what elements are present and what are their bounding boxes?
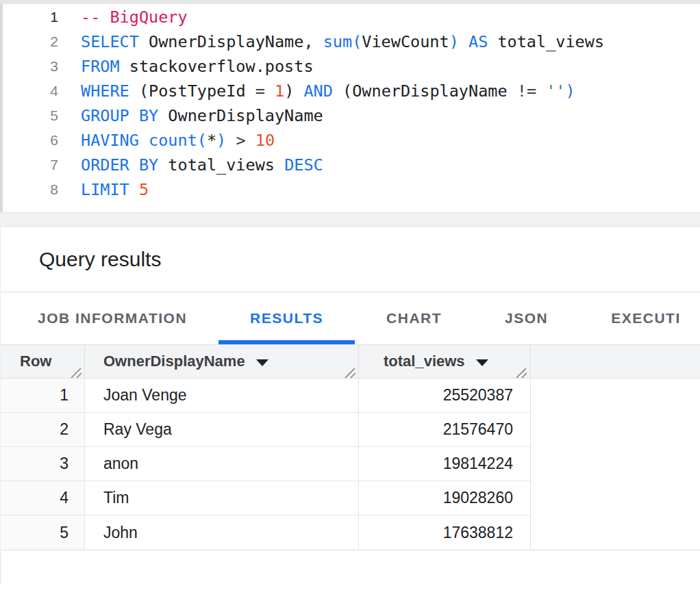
code-token: ( <box>197 131 207 150</box>
code-text: ORDER BY total_views DESC <box>81 153 323 177</box>
column-header-label: OwnerDisplayName <box>103 353 245 370</box>
tab-job-information[interactable]: JOB INFORMATION <box>6 292 218 344</box>
column-header-blank <box>530 345 700 378</box>
code-line: 3FROM stackoverflow.posts <box>3 54 700 79</box>
code-token <box>536 81 546 101</box>
table-row: 4Tim19028260 <box>1 481 530 515</box>
code-token: 5 <box>139 180 149 199</box>
code-token: (OwnerDisplayName <box>333 81 517 101</box>
code-token: = <box>255 81 265 101</box>
column-resize-handle[interactable] <box>345 365 356 376</box>
code-token: GROUP BY <box>81 106 158 125</box>
code-line: 7ORDER BY total_views DESC <box>3 153 700 177</box>
cell-ownerdisplayname: Tim <box>85 481 359 515</box>
code-token: LIMIT <box>81 180 129 199</box>
code-token: ViewCount <box>362 32 449 51</box>
line-number: 1 <box>3 5 58 29</box>
code-token: ORDER BY <box>81 155 158 175</box>
code-text: GROUP BY OwnerDisplayName <box>81 103 323 128</box>
code-line: 8LIMIT 5 <box>3 177 700 202</box>
tab-executi[interactable]: EXECUTI <box>579 292 700 344</box>
sql-editor[interactable]: 1-- BigQuery2SELECT OwnerDisplayName, su… <box>0 4 700 212</box>
cell-row-number: 1 <box>1 379 85 412</box>
code-line: 5GROUP BY OwnerDisplayName <box>3 103 700 128</box>
tab-label: CHART <box>386 310 442 327</box>
column-menu-icon[interactable] <box>476 359 488 366</box>
code-token: -- BigQuery <box>81 8 188 27</box>
code-token: != <box>517 81 536 101</box>
cell-ownerdisplayname: Ray Vega <box>85 413 359 446</box>
code-token: AND <box>303 81 332 101</box>
code-token: '' <box>546 81 565 101</box>
results-footer-area <box>1 550 700 585</box>
code-line: 1-- BigQuery <box>3 5 700 29</box>
line-number: 7 <box>3 153 58 177</box>
code-token: > <box>236 131 245 150</box>
column-header-ownerdisplayname[interactable]: OwnerDisplayName <box>85 345 359 378</box>
line-number: 2 <box>3 29 58 54</box>
tab-json[interactable]: JSON <box>473 292 579 344</box>
tab-label: JSON <box>505 310 548 327</box>
table-row: 3anon19814224 <box>1 447 530 481</box>
code-text: FROM stackoverflow.posts <box>81 54 314 79</box>
column-resize-handle[interactable] <box>516 365 527 376</box>
column-header-row[interactable]: Row <box>1 345 85 378</box>
column-resize-handle[interactable] <box>71 365 82 376</box>
results-table: RowOwnerDisplayNametotal_views 1Joan Ven… <box>1 344 700 550</box>
code-token: 10 <box>255 131 275 150</box>
tab-label: JOB INFORMATION <box>38 310 187 327</box>
code-token <box>459 32 468 51</box>
code-line: 2SELECT OwnerDisplayName, sum(ViewCount)… <box>3 29 700 54</box>
cell-total-views: 17638812 <box>359 515 530 550</box>
cell-row-number: 2 <box>1 413 85 446</box>
line-number: 5 <box>3 103 58 128</box>
cell-row-number: 4 <box>1 481 85 515</box>
code-token: total_views <box>488 32 604 51</box>
code-token: * <box>207 131 216 150</box>
results-table-header: RowOwnerDisplayNametotal_views <box>1 344 700 379</box>
column-header-total-views[interactable]: total_views <box>359 345 530 378</box>
tab-results[interactable]: RESULTS <box>218 292 355 344</box>
tab-label: RESULTS <box>250 310 323 327</box>
column-header-label: Row <box>20 353 51 370</box>
code-token: ) <box>449 32 459 51</box>
code-token: ) <box>565 81 575 101</box>
code-text: WHERE (PostTypeId = 1) AND (OwnerDisplay… <box>81 79 575 103</box>
code-token: FROM <box>81 57 120 76</box>
query-results-title: Query results <box>39 248 161 271</box>
line-number: 4 <box>3 79 58 103</box>
code-token: ) <box>284 81 303 101</box>
cell-row-number: 5 <box>1 515 85 550</box>
line-number: 8 <box>3 177 58 202</box>
code-text: SELECT OwnerDisplayName, sum(ViewCount) … <box>81 29 604 54</box>
code-token: DESC <box>284 155 323 175</box>
code-token: HAVING <box>81 131 139 150</box>
cell-ownerdisplayname: John <box>85 515 359 550</box>
code-token: count <box>149 131 197 150</box>
code-token <box>129 180 139 199</box>
table-row: 5John17638812 <box>1 515 530 550</box>
cell-total-views: 25520387 <box>359 379 530 412</box>
query-results-panel: Query results JOB INFORMATIONRESULTSCHAR… <box>0 227 700 585</box>
code-token: OwnerDisplayName, <box>139 32 323 51</box>
line-number: 6 <box>3 128 58 153</box>
column-header-label: total_views <box>384 353 465 370</box>
code-token: OwnerDisplayName <box>158 106 323 125</box>
code-token: sum <box>323 32 352 51</box>
code-token: ) <box>216 131 226 150</box>
code-token: stackoverflow.posts <box>120 57 314 76</box>
code-token: 1 <box>275 81 284 101</box>
tab-label: EXECUTI <box>611 310 681 327</box>
tab-chart[interactable]: CHART <box>355 292 473 344</box>
code-token <box>139 131 149 150</box>
query-results-header: Query results <box>1 227 700 292</box>
sql-editor-lines: 1-- BigQuery2SELECT OwnerDisplayName, su… <box>3 5 700 202</box>
code-token: (PostTypeId <box>129 81 255 101</box>
code-line: 4WHERE (PostTypeId = 1) AND (OwnerDispla… <box>3 79 700 103</box>
code-token: total_views <box>158 155 284 175</box>
column-menu-icon[interactable] <box>256 359 268 366</box>
table-row: 1Joan Venge25520387 <box>1 379 530 413</box>
code-token: AS <box>468 32 488 51</box>
cell-total-views: 19814224 <box>359 447 530 481</box>
cell-total-views: 19028260 <box>359 481 530 515</box>
